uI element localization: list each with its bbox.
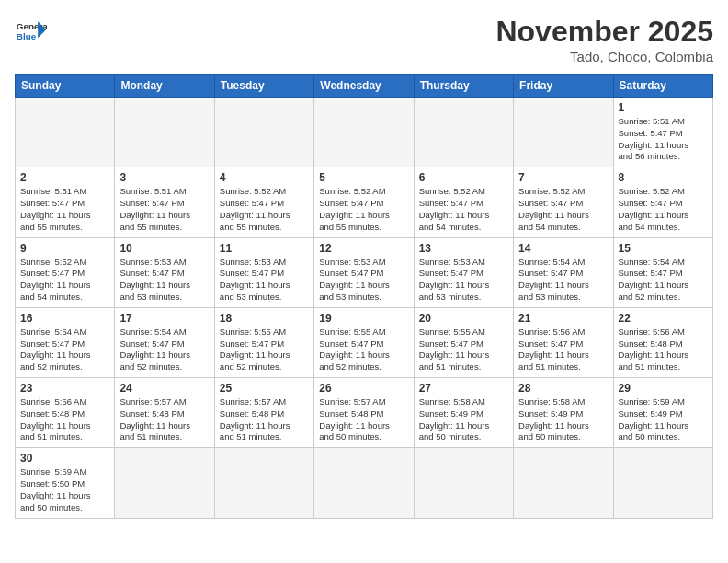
day-number: 1 <box>619 101 708 114</box>
day-info: Sunrise: 5:51 AM Sunset: 5:47 PM Dayligh… <box>119 186 209 233</box>
day-info: Sunrise: 5:59 AM Sunset: 5:49 PM Dayligh… <box>619 396 708 443</box>
calendar-cell: 11Sunrise: 5:53 AM Sunset: 5:47 PM Dayli… <box>214 237 313 307</box>
day-number: 27 <box>419 382 508 395</box>
day-info: Sunrise: 5:52 AM Sunset: 5:47 PM Dayligh… <box>619 186 708 233</box>
calendar-cell: 21Sunrise: 5:56 AM Sunset: 5:47 PM Dayli… <box>514 307 613 377</box>
calendar-week-row: 16Sunrise: 5:54 AM Sunset: 5:47 PM Dayli… <box>16 307 713 377</box>
calendar-cell: 13Sunrise: 5:53 AM Sunset: 5:47 PM Dayli… <box>414 237 513 307</box>
day-info: Sunrise: 5:55 AM Sunset: 5:47 PM Dayligh… <box>419 327 508 373</box>
svg-text:Blue: Blue <box>17 31 37 41</box>
calendar-table: SundayMondayTuesdayWednesdayThursdayFrid… <box>15 74 713 519</box>
day-number: 28 <box>518 382 608 395</box>
calendar-cell <box>314 98 414 167</box>
day-number: 8 <box>619 171 708 184</box>
day-number: 3 <box>119 171 209 184</box>
page-header: General Blue November 2025 Tado, Choco, … <box>15 15 713 64</box>
calendar-cell: 10Sunrise: 5:53 AM Sunset: 5:47 PM Dayli… <box>115 237 214 307</box>
day-info: Sunrise: 5:58 AM Sunset: 5:49 PM Dayligh… <box>419 396 508 443</box>
calendar-cell: 14Sunrise: 5:54 AM Sunset: 5:47 PM Dayli… <box>514 237 613 307</box>
calendar-cell: 23Sunrise: 5:56 AM Sunset: 5:48 PM Dayli… <box>16 378 115 448</box>
day-number: 17 <box>119 312 209 325</box>
calendar-cell: 9Sunrise: 5:52 AM Sunset: 5:47 PM Daylig… <box>16 237 115 307</box>
weekday-header-wednesday: Wednesday <box>314 75 414 98</box>
day-info: Sunrise: 5:53 AM Sunset: 5:47 PM Dayligh… <box>220 257 309 304</box>
weekday-header-thursday: Thursday <box>414 75 513 98</box>
day-number: 24 <box>119 382 209 395</box>
calendar-cell: 25Sunrise: 5:57 AM Sunset: 5:48 PM Dayli… <box>214 378 313 448</box>
day-number: 16 <box>20 312 109 325</box>
day-number: 12 <box>319 242 408 255</box>
calendar-cell: 12Sunrise: 5:53 AM Sunset: 5:47 PM Dayli… <box>314 237 414 307</box>
calendar-cell: 22Sunrise: 5:56 AM Sunset: 5:48 PM Dayli… <box>613 307 712 377</box>
weekday-header-friday: Friday <box>514 75 613 98</box>
calendar-week-row: 9Sunrise: 5:52 AM Sunset: 5:47 PM Daylig… <box>16 237 713 307</box>
day-info: Sunrise: 5:56 AM Sunset: 5:48 PM Dayligh… <box>619 327 708 373</box>
day-info: Sunrise: 5:57 AM Sunset: 5:48 PM Dayligh… <box>220 396 309 443</box>
calendar-cell <box>514 98 613 167</box>
calendar-cell: 8Sunrise: 5:52 AM Sunset: 5:47 PM Daylig… <box>613 167 712 237</box>
day-info: Sunrise: 5:58 AM Sunset: 5:49 PM Dayligh… <box>518 396 608 443</box>
calendar-cell <box>16 98 115 167</box>
day-info: Sunrise: 5:52 AM Sunset: 5:47 PM Dayligh… <box>220 186 309 233</box>
calendar-cell <box>214 98 313 167</box>
calendar-cell: 30Sunrise: 5:59 AM Sunset: 5:50 PM Dayli… <box>16 448 115 518</box>
day-info: Sunrise: 5:56 AM Sunset: 5:48 PM Dayligh… <box>20 396 109 443</box>
day-number: 30 <box>20 452 109 465</box>
day-info: Sunrise: 5:54 AM Sunset: 5:47 PM Dayligh… <box>119 327 209 373</box>
calendar-cell: 26Sunrise: 5:57 AM Sunset: 5:48 PM Dayli… <box>314 378 414 448</box>
calendar-cell: 5Sunrise: 5:52 AM Sunset: 5:47 PM Daylig… <box>314 167 414 237</box>
calendar-cell: 17Sunrise: 5:54 AM Sunset: 5:47 PM Dayli… <box>115 307 214 377</box>
calendar-cell: 24Sunrise: 5:57 AM Sunset: 5:48 PM Dayli… <box>115 378 214 448</box>
calendar-cell <box>314 448 414 518</box>
day-number: 14 <box>518 242 608 255</box>
day-number: 20 <box>419 312 508 325</box>
day-number: 22 <box>619 312 708 325</box>
calendar-cell <box>613 448 712 518</box>
logo-icon: General Blue <box>15 15 48 48</box>
day-number: 4 <box>220 171 309 184</box>
calendar-cell: 3Sunrise: 5:51 AM Sunset: 5:47 PM Daylig… <box>115 167 214 237</box>
weekday-header-row: SundayMondayTuesdayWednesdayThursdayFrid… <box>16 75 713 98</box>
day-number: 2 <box>20 171 109 184</box>
calendar-cell <box>115 98 214 167</box>
day-info: Sunrise: 5:57 AM Sunset: 5:48 PM Dayligh… <box>119 396 209 443</box>
day-number: 6 <box>419 171 508 184</box>
weekday-header-sunday: Sunday <box>16 75 115 98</box>
day-number: 21 <box>518 312 608 325</box>
day-info: Sunrise: 5:52 AM Sunset: 5:47 PM Dayligh… <box>419 186 508 233</box>
month-title: November 2025 <box>495 15 713 49</box>
day-info: Sunrise: 5:54 AM Sunset: 5:47 PM Dayligh… <box>619 257 708 304</box>
day-info: Sunrise: 5:56 AM Sunset: 5:47 PM Dayligh… <box>518 327 608 373</box>
logo: General Blue <box>15 15 48 48</box>
day-info: Sunrise: 5:53 AM Sunset: 5:47 PM Dayligh… <box>419 257 508 304</box>
day-info: Sunrise: 5:59 AM Sunset: 5:50 PM Dayligh… <box>20 466 109 513</box>
day-info: Sunrise: 5:53 AM Sunset: 5:47 PM Dayligh… <box>119 257 209 304</box>
calendar-cell <box>115 448 214 518</box>
title-block: November 2025 Tado, Choco, Colombia <box>495 15 713 64</box>
day-number: 13 <box>419 242 508 255</box>
day-number: 19 <box>319 312 408 325</box>
calendar-cell: 2Sunrise: 5:51 AM Sunset: 5:47 PM Daylig… <box>16 167 115 237</box>
day-number: 15 <box>619 242 708 255</box>
calendar-week-row: 2Sunrise: 5:51 AM Sunset: 5:47 PM Daylig… <box>16 167 713 237</box>
day-number: 11 <box>220 242 309 255</box>
day-number: 29 <box>619 382 708 395</box>
day-number: 18 <box>220 312 309 325</box>
day-info: Sunrise: 5:51 AM Sunset: 5:47 PM Dayligh… <box>619 116 708 163</box>
calendar-cell: 6Sunrise: 5:52 AM Sunset: 5:47 PM Daylig… <box>414 167 513 237</box>
calendar-cell: 28Sunrise: 5:58 AM Sunset: 5:49 PM Dayli… <box>514 378 613 448</box>
calendar-cell: 27Sunrise: 5:58 AM Sunset: 5:49 PM Dayli… <box>414 378 513 448</box>
calendar-cell <box>414 98 513 167</box>
weekday-header-saturday: Saturday <box>613 75 712 98</box>
day-number: 7 <box>518 171 608 184</box>
day-number: 9 <box>20 242 109 255</box>
calendar-cell: 18Sunrise: 5:55 AM Sunset: 5:47 PM Dayli… <box>214 307 313 377</box>
day-info: Sunrise: 5:53 AM Sunset: 5:47 PM Dayligh… <box>319 257 408 304</box>
location: Tado, Choco, Colombia <box>495 49 713 64</box>
day-info: Sunrise: 5:54 AM Sunset: 5:47 PM Dayligh… <box>20 327 109 373</box>
day-number: 26 <box>319 382 408 395</box>
day-info: Sunrise: 5:55 AM Sunset: 5:47 PM Dayligh… <box>319 327 408 373</box>
calendar-week-row: 23Sunrise: 5:56 AM Sunset: 5:48 PM Dayli… <box>16 378 713 448</box>
calendar-week-row: 30Sunrise: 5:59 AM Sunset: 5:50 PM Dayli… <box>16 448 713 518</box>
calendar-cell: 7Sunrise: 5:52 AM Sunset: 5:47 PM Daylig… <box>514 167 613 237</box>
